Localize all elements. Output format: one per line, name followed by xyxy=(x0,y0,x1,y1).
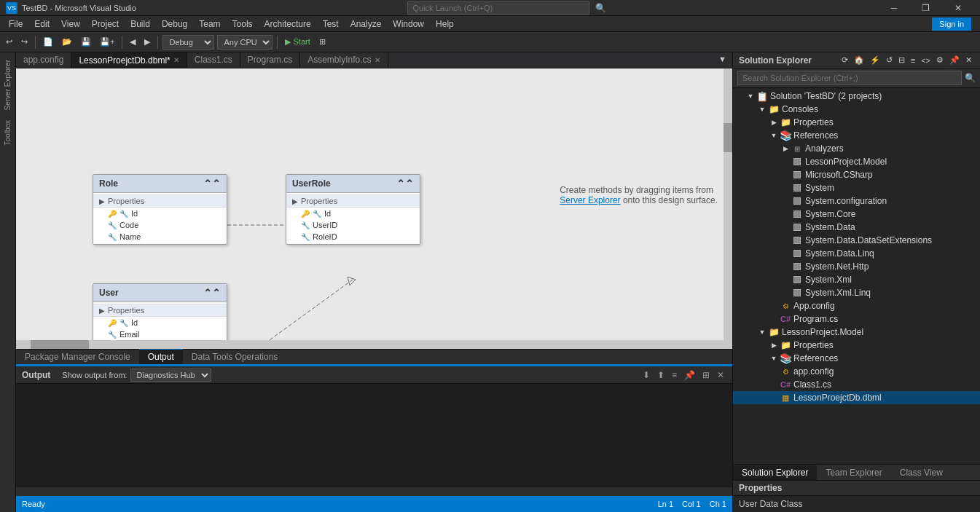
se-filter-button[interactable]: ⚡ xyxy=(868,55,882,66)
expand-refs-lm[interactable]: ▼ xyxy=(768,355,780,362)
tree-ref-system[interactable]: System xyxy=(733,181,980,194)
expand-solution[interactable]: ▼ xyxy=(745,92,756,100)
signin-button[interactable]: Sign in xyxy=(932,17,971,31)
menu-team[interactable]: Team xyxy=(193,16,226,32)
entity-userrole-field-id[interactable]: 🔑 🔧 Id xyxy=(286,208,420,219)
tree-references-lm[interactable]: ▼ 📚 References xyxy=(733,352,980,365)
vertical-scrollbar[interactable] xyxy=(724,68,732,340)
entity-user-field-email[interactable]: 🔧 Email xyxy=(93,328,227,340)
expand-properties[interactable]: ▶ xyxy=(768,119,780,126)
redo-button[interactable]: ↪ xyxy=(18,34,31,51)
menu-analyze[interactable]: Analyze xyxy=(345,16,388,32)
se-refresh-button[interactable]: ↺ xyxy=(884,55,895,66)
server-explorer-link[interactable]: Server Explorer xyxy=(560,195,620,205)
output-horizontal-scrollbar[interactable] xyxy=(16,487,732,496)
tab-dbml-close[interactable]: ✕ xyxy=(173,56,179,64)
entity-userrole-field-roleid[interactable]: 🔧 RoleID xyxy=(286,231,420,243)
h-scroll-thumb[interactable] xyxy=(31,340,89,349)
entity-user-collapse[interactable]: ⌃⌃ xyxy=(203,287,221,299)
start-button[interactable]: ▶ Start xyxy=(282,34,313,51)
output-wrap-button[interactable]: ≡ xyxy=(670,369,679,381)
se-settings-button[interactable]: ⚙ xyxy=(934,55,946,66)
tree-ref-sysxmllinq[interactable]: System.Xml.Linq xyxy=(733,286,980,299)
tab-app-config[interactable]: app.config xyxy=(16,52,71,68)
tab-output[interactable]: Output xyxy=(139,349,183,364)
se-search-icon[interactable]: 🔍 xyxy=(965,73,976,83)
menu-architecture[interactable]: Architecture xyxy=(259,16,317,32)
save-button[interactable]: 💾 xyxy=(78,34,94,51)
tab-package-manager[interactable]: Package Manager Console xyxy=(16,350,139,364)
tree-ref-sysdata[interactable]: System.Data xyxy=(733,221,980,234)
tab-assemblyinfo-close[interactable]: ✕ xyxy=(375,56,380,64)
tree-properties-lm[interactable]: ▶ 📁 Properties xyxy=(733,339,980,352)
open-button[interactable]: 📂 xyxy=(59,34,75,51)
expand-props-lm[interactable]: ▶ xyxy=(768,342,780,349)
menu-tools[interactable]: Tools xyxy=(227,16,259,32)
tree-ref-sysdataset[interactable]: System.Data.DataSetExtensions xyxy=(733,234,980,247)
exp-a[interactable]: ▶ xyxy=(780,145,791,152)
se-search-input[interactable] xyxy=(737,71,962,85)
entity-role-field-name[interactable]: 🔧 Name xyxy=(93,231,227,243)
menu-help[interactable]: Help xyxy=(430,16,460,32)
se-properties-button[interactable]: ≡ xyxy=(909,55,917,66)
entity-user-field-id[interactable]: 🔑 🔧 Id xyxy=(93,317,227,328)
expand-lm-project[interactable]: ▼ xyxy=(756,328,768,336)
entity-role-collapse[interactable]: ⌃⌃ xyxy=(203,178,221,189)
launch-search-input[interactable] xyxy=(407,1,589,15)
tree-references-consoles[interactable]: ▼ 📚 References xyxy=(733,129,980,142)
entity-user[interactable]: User ⌃⌃ ▶ Properties 🔑 🔧 Id xyxy=(93,283,227,349)
tree-ref-lessonmodel[interactable]: LessonProject.Model xyxy=(733,155,980,168)
platform-select[interactable]: Any CPU x86 x64 xyxy=(217,35,273,50)
tab-program[interactable]: Program.cs xyxy=(240,52,300,68)
expand-references-consoles[interactable]: ▼ xyxy=(768,132,780,139)
entity-role-field-code[interactable]: 🔧 Code xyxy=(93,219,227,231)
output-float-button[interactable]: ⊞ xyxy=(700,369,712,381)
output-close-button[interactable]: ✕ xyxy=(715,369,726,381)
forward-button[interactable]: ▶ xyxy=(141,34,153,51)
back-button[interactable]: ◀ xyxy=(127,34,138,51)
expand-consoles[interactable]: ▼ xyxy=(756,106,768,113)
output-source-select[interactable]: Diagnostics Hub Build Debug xyxy=(130,369,211,382)
tree-ref-syscore[interactable]: System.Core xyxy=(733,208,980,221)
sidebar-item-server-explorer[interactable]: Server Explorer xyxy=(1,55,14,114)
output-pin-button[interactable]: 📌 xyxy=(682,369,697,381)
designer-surface[interactable]: Role ⌃⌃ ▶ Properties 🔑 🔧 Id xyxy=(16,68,732,349)
tree-properties-consoles[interactable]: ▶ 📁 Properties xyxy=(733,116,980,129)
se-home-button[interactable]: 🏠 xyxy=(852,55,866,66)
maximize-button[interactable]: ❐ xyxy=(910,0,942,16)
close-button[interactable]: ✕ xyxy=(942,0,974,16)
menu-debug[interactable]: Debug xyxy=(156,16,193,32)
undo-button[interactable]: ↩ xyxy=(3,34,15,51)
search-icon[interactable]: 🔍 xyxy=(595,3,606,13)
entity-userrole-collapse[interactable]: ⌃⌃ xyxy=(396,178,414,189)
tree-lessonmodel-project[interactable]: ▼ 📁 LessonProject.Model xyxy=(733,326,980,339)
rp-tab-team-explorer[interactable]: Team Explorer xyxy=(817,465,890,480)
menu-test[interactable]: Test xyxy=(317,16,345,32)
menu-view[interactable]: View xyxy=(55,16,86,32)
tree-program-consoles[interactable]: C# Program.cs xyxy=(733,312,980,326)
se-sync-button[interactable]: ⟳ xyxy=(839,55,850,66)
tree-appconfig-consoles[interactable]: ⚙ App.config xyxy=(733,299,980,312)
se-pin-button[interactable]: 📌 xyxy=(947,55,962,66)
sidebar-item-toolbox[interactable]: Toolbox xyxy=(1,116,14,149)
menu-build[interactable]: Build xyxy=(125,16,156,32)
tree-ref-sysnet[interactable]: System.Net.Http xyxy=(733,260,980,273)
entity-role-field-id[interactable]: 🔑 🔧 Id xyxy=(93,208,227,219)
tab-assemblyinfo[interactable]: AssemblyInfo.cs ✕ xyxy=(300,52,388,68)
menu-window[interactable]: Window xyxy=(387,16,430,32)
menu-edit[interactable]: Edit xyxy=(28,16,55,32)
output-find-button[interactable]: ⬆ xyxy=(655,369,667,381)
tree-consoles[interactable]: ▼ 📁 Consoles xyxy=(733,103,980,116)
tab-class1[interactable]: Class1.cs xyxy=(187,52,240,68)
tab-dropdown-button[interactable]: ▼ xyxy=(716,52,729,68)
menu-project[interactable]: Project xyxy=(86,16,125,32)
tree-ref-mscsharp[interactable]: Microsoft.CSharp xyxy=(733,168,980,181)
entity-userrole[interactable]: UserRole ⌃⌃ ▶ Properties 🔑 🔧 Id xyxy=(286,174,420,245)
rp-tab-class-view[interactable]: Class View xyxy=(891,465,952,480)
se-collapse-button[interactable]: ⊟ xyxy=(896,55,907,66)
se-viewcode-button[interactable]: <> xyxy=(919,55,933,66)
minimize-button[interactable]: ─ xyxy=(878,0,910,16)
tree-ref-syscfg[interactable]: System.configuration xyxy=(733,194,980,208)
v-scroll-thumb[interactable] xyxy=(724,123,732,152)
tree-appconfig-lm[interactable]: ⚙ app.config xyxy=(733,365,980,378)
